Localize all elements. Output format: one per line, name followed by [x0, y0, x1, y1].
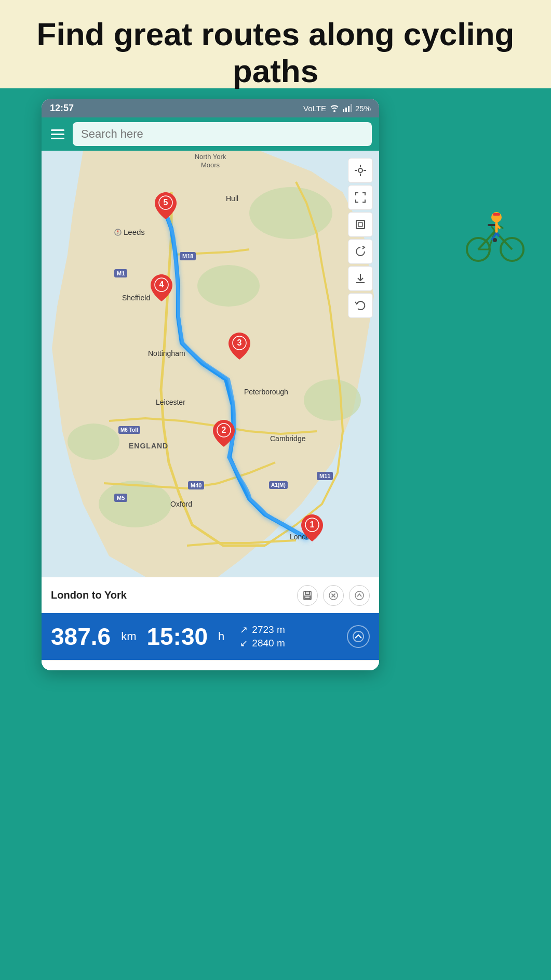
svg-line-69	[496, 233, 499, 236]
svg-rect-35	[305, 596, 310, 599]
m40-badge: M40	[188, 481, 204, 489]
cambridge-label: Cambridge	[270, 434, 305, 443]
svg-rect-2	[348, 106, 350, 112]
undo-icon	[355, 300, 366, 311]
cyclist-svg	[463, 203, 530, 265]
svg-marker-13	[117, 232, 119, 235]
england-label: ENGLAND	[129, 442, 168, 450]
route-info-bar: London to York	[42, 577, 379, 613]
pin-3: 3	[229, 333, 250, 362]
frame-button[interactable]	[348, 212, 373, 237]
north-york-label: North YorkMoors	[195, 153, 226, 169]
leeds-label: Leeds	[114, 228, 145, 236]
location-button[interactable]	[348, 158, 373, 183]
svg-point-6	[249, 187, 332, 239]
time-value: 15:30	[146, 623, 208, 651]
svg-point-39	[355, 591, 364, 600]
svg-line-62	[491, 226, 495, 231]
chevron-up-circle-icon	[353, 631, 364, 642]
hamburger-line-1	[51, 129, 64, 131]
volte-icon: VoLTE	[303, 104, 326, 113]
svg-rect-29	[356, 220, 365, 229]
svg-text:2: 2	[222, 426, 226, 434]
hull-label: Hull	[226, 194, 238, 203]
map-area[interactable]: North YorkMoors Leeds Hull Sheffield Not…	[42, 151, 379, 577]
route-title: London to York	[51, 589, 292, 601]
svg-line-61	[500, 226, 503, 229]
rotate-button[interactable]	[348, 239, 373, 264]
svg-point-9	[68, 423, 119, 460]
a1m-badge: A1(M)	[269, 481, 288, 489]
status-time: 12:57	[50, 103, 74, 114]
chevron-up-icon	[355, 591, 364, 600]
m18-badge: M18	[180, 252, 196, 260]
crosshair-icon	[355, 165, 366, 176]
m11-badge: M11	[317, 472, 333, 480]
m6toll-badge: M6 Toll	[118, 426, 140, 434]
cyclist-decoration	[463, 203, 530, 265]
close-icon	[329, 591, 338, 600]
hamburger-button[interactable]	[49, 127, 66, 141]
up-arrow: ↗	[240, 624, 248, 635]
leicester-label: Leicester	[156, 398, 185, 406]
svg-text:1: 1	[310, 520, 315, 529]
svg-rect-3	[351, 104, 352, 112]
svg-rect-34	[305, 591, 310, 594]
peterborough-label: Peterborough	[244, 388, 288, 396]
elevation-stats: ↗ 2723 m ↙ 2840 m	[240, 624, 337, 649]
map-svg	[42, 151, 379, 577]
svg-point-40	[353, 631, 364, 642]
svg-rect-1	[345, 108, 347, 112]
elevation-down-row: ↙ 2840 m	[240, 638, 337, 649]
pin-2: 2	[213, 420, 235, 449]
distance-unit: km	[121, 630, 136, 643]
collapse-button[interactable]	[349, 585, 370, 606]
svg-text:5: 5	[164, 198, 168, 207]
svg-rect-65	[493, 213, 500, 216]
rotate-icon	[355, 246, 366, 257]
svg-text:3: 3	[237, 338, 242, 347]
m5-badge: M5	[114, 494, 127, 502]
svg-marker-12	[117, 230, 119, 232]
battery-text: 25%	[355, 104, 371, 113]
undo-button[interactable]	[348, 293, 373, 318]
fullscreen-icon	[355, 192, 366, 203]
svg-point-70	[493, 238, 497, 242]
clear-route-button[interactable]	[323, 585, 344, 606]
search-input-wrap	[73, 122, 372, 146]
svg-text:4: 4	[159, 280, 164, 289]
hamburger-line-3	[51, 138, 64, 139]
download-icon	[355, 273, 366, 284]
nottingham-label: Nottingham	[148, 349, 185, 357]
stats-bar: 387.6 km 15:30 h ↗ 2723 m ↙ 2840 m	[42, 613, 379, 660]
save-route-button[interactable]	[297, 585, 318, 606]
phone-frame: 12:57 VoLTE 25%	[42, 99, 379, 670]
m1-badge: M1	[114, 269, 127, 277]
svg-point-7	[197, 265, 260, 307]
svg-rect-0	[343, 109, 344, 112]
status-icons: VoLTE 25%	[303, 104, 371, 113]
svg-point-24	[358, 168, 362, 173]
wifi-icon	[329, 104, 340, 112]
signal-icon	[343, 104, 352, 112]
map-controls	[348, 158, 373, 318]
compass-icon	[114, 229, 122, 236]
hero-title: Find great routes along cycling paths	[0, 16, 551, 90]
download-button[interactable]	[348, 266, 373, 291]
elevation-up-value: 2723 m	[252, 624, 285, 635]
stats-expand-button[interactable]	[347, 625, 370, 648]
hamburger-line-2	[51, 134, 64, 135]
pin-1: 1	[301, 514, 323, 544]
frame-icon	[355, 219, 366, 230]
oxford-label: Oxford	[170, 500, 192, 508]
pin-5: 5	[155, 192, 177, 221]
pin-4: 4	[151, 274, 172, 303]
svg-point-10	[304, 379, 361, 421]
search-input[interactable]	[81, 127, 364, 141]
time-unit: h	[218, 630, 224, 643]
svg-rect-30	[358, 222, 362, 227]
elevation-down-value: 2840 m	[252, 638, 285, 649]
bottom-nav	[42, 660, 379, 670]
down-arrow: ↙	[240, 638, 248, 649]
fullscreen-button[interactable]	[348, 185, 373, 210]
